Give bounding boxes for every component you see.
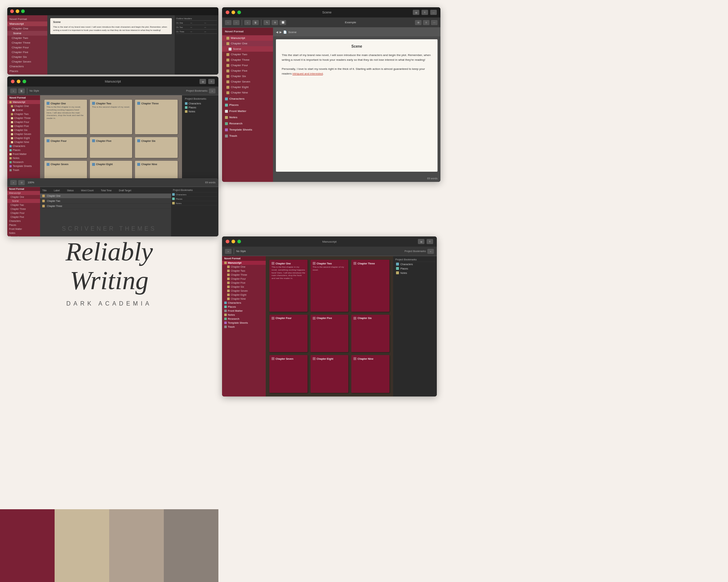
- da-min[interactable]: [232, 240, 235, 243]
- sidebar-frontmatter-main[interactable]: Front Matter: [222, 108, 273, 114]
- da-card-4[interactable]: Chapter Four: [269, 315, 308, 352]
- da-notes[interactable]: Notes: [222, 313, 266, 317]
- toolbar-add[interactable]: +: [244, 20, 251, 25]
- sidebar-ch6-small[interactable]: Chapter Six: [7, 55, 47, 59]
- cork-max[interactable]: [23, 80, 26, 83]
- da-bm-notes[interactable]: Notes: [395, 271, 435, 275]
- cork-tb-del[interactable]: 🗑: [18, 88, 25, 93]
- cork-sidebar-chars[interactable]: Characters: [7, 144, 40, 148]
- sidebar-ch7-small[interactable]: Chapter Seven: [7, 59, 47, 64]
- sidebar-places-small[interactable]: Places: [7, 69, 47, 73]
- cork-sidebar-ms[interactable]: Manuscript: [7, 100, 40, 104]
- da-chars[interactable]: Characters: [222, 301, 266, 305]
- da-places[interactable]: Places: [222, 305, 266, 309]
- da-ch3[interactable]: Chapter Three: [222, 273, 266, 277]
- ovs-places[interactable]: Places: [7, 223, 40, 227]
- sidebar-notes-small[interactable]: Notes: [7, 73, 47, 75]
- bookmark-places[interactable]: Places: [183, 105, 217, 109]
- sidebar-ch6-main[interactable]: Chapter Six: [222, 73, 273, 79]
- cork-sidebar-places[interactable]: Places: [7, 148, 40, 152]
- sidebar-scene-small[interactable]: Scene: [7, 31, 47, 36]
- cork-sidebar-research[interactable]: Research: [7, 160, 40, 164]
- ovs-research[interactable]: Research: [7, 235, 40, 236]
- da-ch9[interactable]: Chapter Nine: [222, 297, 266, 301]
- view-toggle-3[interactable]: ⋯: [430, 10, 437, 15]
- sidebar-trash-main[interactable]: Trash: [222, 133, 273, 139]
- bookmark-chars[interactable]: Characters: [183, 101, 217, 105]
- sidebar-characters-small[interactable]: Characters: [7, 64, 47, 69]
- cork-card-3[interactable]: Chapter Three: [135, 100, 178, 134]
- ovs-ch4[interactable]: Chapter Four: [7, 211, 40, 215]
- sidebar-chapter-one-small[interactable]: Chapter One: [7, 26, 47, 31]
- cork-card-4[interactable]: Chapter Four: [44, 137, 87, 158]
- da-ms[interactable]: Manuscript: [222, 261, 266, 265]
- maximize-button[interactable]: [21, 9, 25, 13]
- sidebar-manuscript-main[interactable]: Manuscript: [222, 35, 273, 41]
- toolbar-settings[interactable]: ⚙: [272, 20, 278, 25]
- da-ch6[interactable]: Chapter Six: [222, 285, 266, 289]
- cork-sidebar-ch5[interactable]: Chapter Five: [7, 124, 40, 128]
- editor-maximize[interactable]: [237, 11, 241, 14]
- toolbar-delete[interactable]: 🗑: [252, 20, 259, 25]
- da-card-6[interactable]: Chapter Six: [351, 315, 389, 352]
- close-button[interactable]: [10, 9, 14, 13]
- cork-sidebar-scene[interactable]: Scene: [7, 108, 40, 112]
- cork-close[interactable]: [11, 80, 15, 83]
- ovs-tb-del[interactable]: ⊙: [18, 180, 25, 185]
- sidebar-template-main[interactable]: Template Sheets: [222, 127, 273, 132]
- editor-minimize[interactable]: [232, 11, 235, 14]
- cork-card-1[interactable]: Chapter One This is the first chapter in…: [44, 100, 87, 134]
- ovs-ms[interactable]: Manuscript: [7, 191, 40, 195]
- sidebar-ch4-main[interactable]: Chapter Four: [222, 63, 273, 68]
- ovs-scene[interactable]: Scene: [7, 199, 40, 203]
- cork-sidebar-template[interactable]: Template Sheets: [7, 164, 40, 168]
- sidebar-ch5-small[interactable]: Chapter Five: [7, 50, 47, 55]
- da-card-5[interactable]: Chapter Five: [310, 315, 349, 352]
- sidebar-ch2-main[interactable]: Chapter Two: [222, 52, 273, 57]
- sidebar-places-main[interactable]: Places: [222, 102, 273, 108]
- bookmark-notes[interactable]: Notes: [183, 109, 217, 113]
- da-research[interactable]: Research: [222, 317, 266, 321]
- view-btn-3[interactable]: ⋯: [431, 20, 438, 25]
- outline-row-ch2[interactable]: Chapter Two: [40, 199, 171, 204]
- da-ch8[interactable]: Chapter Eight: [222, 293, 266, 297]
- sidebar-ch5-main[interactable]: Chapter Five: [222, 68, 273, 73]
- view-btn-2[interactable]: ≡: [423, 20, 430, 25]
- sidebar-ch3-main[interactable]: Chapter Three: [222, 57, 273, 63]
- sidebar-novel-format[interactable]: Novel Format: [7, 17, 47, 21]
- ovs-bm-notes[interactable]: Notes: [172, 201, 217, 206]
- outline-row-ch3[interactable]: Chapter Three: [40, 204, 171, 209]
- cork-sidebar-ch2[interactable]: Chapter Two: [7, 112, 40, 116]
- sidebar-ch2-small[interactable]: Chapter Two: [7, 36, 47, 40]
- cork-view2[interactable]: ≡: [208, 79, 215, 84]
- ovs-ch5[interactable]: Chapter Five: [7, 215, 40, 219]
- toolbar-share[interactable]: ⬜: [280, 20, 286, 25]
- cork-sidebar-ch3[interactable]: Chapter Three: [7, 116, 40, 120]
- cork-sidebar-ch7[interactable]: Chapter Seven: [7, 132, 40, 136]
- da-template[interactable]: Template Sheets: [222, 321, 266, 325]
- ovs-fm[interactable]: Front Matter: [7, 227, 40, 231]
- cork-min[interactable]: [17, 80, 20, 83]
- sidebar-ch8-main[interactable]: Chapter Eight: [222, 84, 273, 90]
- view-toggle-2[interactable]: ≡: [422, 10, 428, 15]
- ovs-notes[interactable]: Notes: [7, 231, 40, 235]
- da-card-9[interactable]: Chapter Nine: [351, 355, 389, 393]
- sidebar-ch7-main[interactable]: Chapter Seven: [222, 79, 273, 84]
- editor-link[interactable]: intrigued and interested: [292, 72, 323, 75]
- cork-card-6[interactable]: Chapter Six: [135, 137, 178, 158]
- editor-close[interactable]: [226, 11, 229, 14]
- da-ch7[interactable]: Chapter Seven: [222, 289, 266, 293]
- da-bm-places[interactable]: Places: [395, 266, 435, 271]
- toolbar-back[interactable]: ←: [225, 20, 232, 25]
- sidebar-ch4-small[interactable]: Chapter Four: [7, 45, 47, 50]
- da-card-3[interactable]: Chapter Three: [351, 260, 389, 312]
- cork-tb-add[interactable]: +: [10, 88, 17, 93]
- da-tb-add[interactable]: +: [225, 249, 232, 254]
- cork-sidebar-notes[interactable]: Notes: [7, 156, 40, 160]
- ovs-tb-add[interactable]: +: [10, 180, 17, 185]
- sidebar-ch1-main[interactable]: Chapter One: [222, 41, 273, 46]
- cork-sidebar-ch8[interactable]: Chapter Eight: [7, 136, 40, 140]
- da-ch5[interactable]: Chapter Five: [222, 281, 266, 285]
- da-trash[interactable]: Trash: [222, 325, 266, 329]
- da-ch4[interactable]: Chapter Four: [222, 277, 266, 281]
